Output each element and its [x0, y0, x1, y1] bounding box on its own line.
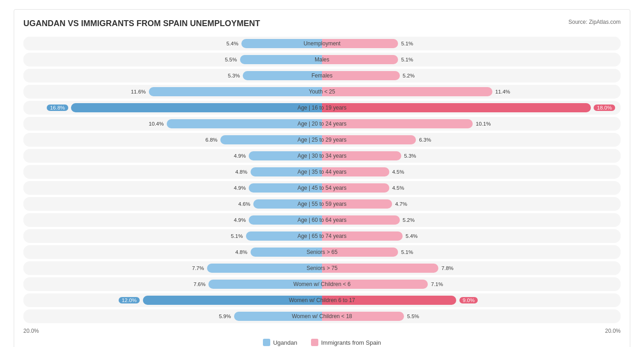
right-half: 5.4%	[322, 228, 621, 244]
axis-row: 20.0% 20.0%	[23, 328, 621, 334]
right-half: 18.0%	[322, 100, 621, 116]
value-right: 5.1%	[401, 41, 413, 46]
value-right: 6.3%	[419, 137, 431, 143]
bar-left	[251, 248, 322, 257]
right-half: 4.5%	[322, 164, 621, 180]
value-left: 4.8%	[235, 169, 247, 175]
row-content: 7.7%7.8%Seniors > 75	[23, 260, 621, 276]
bar-right	[322, 71, 400, 80]
bar-left	[149, 87, 322, 96]
bar-row: 6.8%6.3%Age | 25 to 29 years	[23, 132, 621, 148]
right-half: 7.1%	[322, 276, 621, 292]
value-left: 5.1%	[231, 233, 243, 239]
row-content: 5.3%5.2%Females	[23, 68, 621, 83]
bar-right	[322, 312, 404, 321]
left-half: 4.8%	[23, 244, 322, 260]
bar-left	[251, 167, 322, 176]
bar-right	[322, 183, 389, 193]
bar-left	[234, 312, 322, 321]
left-half: 5.4%	[23, 36, 322, 51]
bar-row: 4.9%4.5%Age | 45 to 54 years	[23, 180, 621, 196]
row-content: 5.5%5.1%Males	[23, 52, 621, 67]
bar-right	[322, 215, 400, 225]
value-right: 4.7%	[395, 201, 407, 207]
bar-row: 5.9%5.5%Women w/ Children < 18	[23, 308, 621, 324]
bar-left	[143, 296, 322, 305]
bar-left	[240, 55, 322, 64]
value-left: 4.6%	[238, 201, 250, 207]
value-left: 16.8%	[47, 105, 68, 111]
value-left: 10.4%	[149, 121, 164, 127]
value-left: 6.8%	[206, 137, 218, 143]
bar-row: 11.6%11.4%Youth < 25	[23, 84, 621, 99]
bar-row: 16.8%18.0%Age | 16 to 19 years	[23, 100, 621, 116]
value-right: 11.4%	[495, 89, 510, 94]
value-right: 5.4%	[406, 233, 418, 239]
bar-row: 10.4%10.1%Age | 20 to 24 years	[23, 116, 621, 132]
bar-right	[322, 296, 456, 305]
row-content: 16.8%18.0%Age | 16 to 19 years	[23, 100, 621, 116]
left-half: 4.9%	[23, 148, 322, 164]
chart-source: Source: ZipAtlas.com	[568, 19, 621, 25]
right-half: 5.1%	[322, 52, 621, 67]
left-half: 11.6%	[23, 84, 322, 99]
axis-label-left: 20.0%	[23, 328, 39, 334]
legend: Ugandan Immigrants from Spain	[23, 339, 621, 346]
row-content: 4.9%4.5%Age | 45 to 54 years	[23, 180, 621, 196]
value-left: 5.5%	[225, 57, 237, 62]
bar-right	[322, 280, 428, 289]
legend-item-ugandan: Ugandan	[263, 339, 297, 346]
legend-label-ugandan: Ugandan	[273, 339, 297, 346]
bar-row: 12.0%9.0%Women w/ Children 6 to 17	[23, 292, 621, 308]
value-left: 4.9%	[234, 185, 246, 191]
left-half: 5.5%	[23, 52, 322, 67]
right-half: 6.3%	[322, 132, 621, 148]
bar-left	[207, 264, 322, 273]
bar-row: 4.9%5.2%Age | 60 to 64 years	[23, 212, 621, 228]
value-left: 7.6%	[194, 281, 206, 287]
row-content: 5.4%5.1%Unemployment	[23, 36, 621, 51]
bar-left	[167, 119, 322, 128]
legend-box-immigrants	[311, 339, 318, 346]
legend-label-immigrants: Immigrants from Spain	[321, 339, 381, 346]
bar-row: 4.8%5.1%Seniors > 65	[23, 244, 621, 260]
chart-header: UGANDAN VS IMMIGRANTS FROM SPAIN UNEMPLO…	[23, 19, 621, 28]
bar-row: 4.6%4.7%Age | 55 to 59 years	[23, 196, 621, 212]
value-left: 4.9%	[234, 217, 246, 223]
bar-right	[322, 264, 438, 273]
left-half: 4.9%	[23, 212, 322, 228]
left-half: 4.8%	[23, 164, 322, 180]
right-half: 5.1%	[322, 36, 621, 51]
value-right: 5.2%	[403, 73, 415, 78]
value-right: 5.5%	[407, 314, 419, 319]
bar-row: 5.4%5.1%Unemployment	[23, 36, 621, 51]
right-half: 5.3%	[322, 148, 621, 164]
right-half: 7.8%	[322, 260, 621, 276]
bar-left	[249, 215, 322, 225]
bar-row: 7.7%7.8%Seniors > 75	[23, 260, 621, 276]
right-half: 5.1%	[322, 244, 621, 260]
row-content: 11.6%11.4%Youth < 25	[23, 84, 621, 99]
bar-right	[322, 151, 401, 160]
row-content: 7.6%7.1%Women w/ Children < 6	[23, 276, 621, 292]
value-left: 5.3%	[228, 73, 240, 78]
bar-right	[322, 199, 392, 209]
bar-right	[322, 231, 403, 241]
bar-left	[243, 71, 322, 80]
bar-row: 5.3%5.2%Females	[23, 68, 621, 83]
left-half: 5.1%	[23, 228, 322, 244]
left-half: 16.8%	[23, 100, 322, 116]
chart-container: UGANDAN VS IMMIGRANTS FROM SPAIN UNEMPLO…	[14, 9, 630, 347]
left-half: 7.6%	[23, 276, 322, 292]
bar-right	[322, 248, 398, 257]
left-half: 7.7%	[23, 260, 322, 276]
bar-left	[241, 39, 322, 48]
bar-left	[246, 231, 322, 241]
bar-row: 4.8%4.5%Age | 35 to 44 years	[23, 164, 621, 180]
bar-row: 5.1%5.4%Age | 65 to 74 years	[23, 228, 621, 244]
row-content: 6.8%6.3%Age | 25 to 29 years	[23, 132, 621, 148]
right-half: 4.5%	[322, 180, 621, 196]
legend-item-immigrants: Immigrants from Spain	[311, 339, 381, 346]
value-right: 5.3%	[404, 153, 416, 159]
right-half: 5.5%	[322, 308, 621, 324]
